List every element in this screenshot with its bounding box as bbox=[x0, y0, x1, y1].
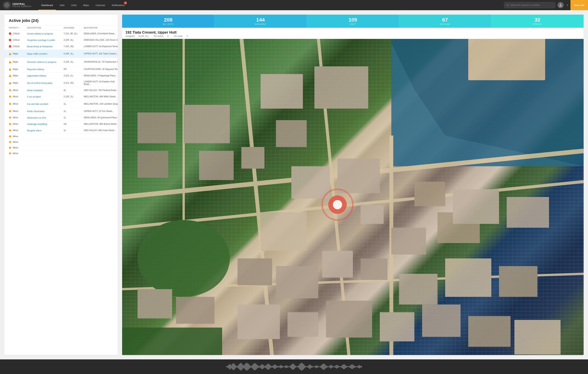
table-row[interactable]: Critical Bomb threat at Parliament 7 (4S… bbox=[4, 43, 118, 50]
svg-rect-55 bbox=[507, 197, 549, 228]
job-description-link[interactable]: Reported robbery bbox=[27, 68, 44, 71]
waveform-bar bbox=[308, 366, 308, 368]
table-row[interactable]: Minor Obstruction on SH1 1L NEWLANDS, 64… bbox=[4, 114, 118, 121]
logo-icon bbox=[3, 1, 10, 9]
waveform-bar bbox=[337, 365, 337, 368]
waveform-bar bbox=[279, 366, 279, 368]
waveform-bar bbox=[284, 366, 284, 367]
table-row[interactable]: Major Major traffic accident 6 (4R, 2L) … bbox=[4, 50, 118, 58]
job-description-link[interactable]: Bomb threat at Parliament bbox=[27, 45, 52, 48]
assigned-cell: 2 (1R, 1L) bbox=[64, 61, 84, 63]
waveform-bar bbox=[330, 365, 330, 368]
nav-cameras[interactable]: Cameras bbox=[93, 0, 108, 10]
avatar-dropdown-arrow[interactable]: ▼ bbox=[567, 4, 568, 6]
waveform-bar bbox=[332, 366, 333, 368]
job-description-link[interactable]: Underage shoplifting bbox=[27, 123, 47, 125]
table-row[interactable]: Critical Armed robbery in progress 7 (1S… bbox=[4, 30, 118, 37]
waveform-bar bbox=[299, 365, 299, 368]
table-row[interactable]: Minor bbox=[4, 134, 118, 139]
table-row[interactable]: Major Reported robbery 2R CHURTON PARK, … bbox=[4, 66, 118, 72]
nav-dashboard[interactable]: Dashboard bbox=[38, 0, 56, 10]
stat-cell-special[interactable]: 32 SPECIAL bbox=[491, 15, 584, 28]
table-row[interactable]: Minor Public intoxication 1L UPPER HUTT,… bbox=[4, 108, 118, 114]
waveform-bar bbox=[321, 366, 321, 368]
job-description-link[interactable]: Aggravated robbery bbox=[27, 74, 46, 77]
svg-marker-13 bbox=[9, 74, 11, 77]
table-row[interactable]: Minor bbox=[4, 151, 118, 156]
table-row[interactable]: Minor bbox=[4, 145, 118, 151]
job-description-link[interactable]: Suspicious package in public bbox=[27, 39, 55, 41]
waveform-bar bbox=[317, 366, 318, 368]
search-box[interactable] bbox=[504, 2, 555, 8]
table-row[interactable]: Minor Car and bike accident 1L WELLINGTO… bbox=[4, 100, 118, 108]
priority-cell: Major bbox=[9, 74, 27, 77]
table-row[interactable]: Major Aggravated robbery 3 (2S, 1L) NEWL… bbox=[4, 72, 118, 79]
destination-cell: JOHNSONVILLE, 76 Featherston Str... bbox=[84, 61, 118, 63]
stat-number: 109 bbox=[309, 17, 397, 23]
svg-rect-54 bbox=[453, 189, 499, 224]
waveform-bar bbox=[317, 365, 317, 368]
stat-cell-light[interactable]: 109 LIGHT bbox=[307, 15, 399, 28]
stat-cell-available[interactable]: 144 AVAILABLE bbox=[214, 15, 307, 28]
waveform-bar bbox=[258, 366, 259, 368]
nav-units[interactable]: Units bbox=[68, 0, 80, 10]
assigned-cell: 1R bbox=[64, 123, 84, 125]
job-description-link[interactable]: Obstruction on SH1 bbox=[27, 117, 46, 119]
svg-marker-11 bbox=[9, 61, 11, 63]
waveform-bar bbox=[300, 364, 300, 370]
table-row[interactable]: Minor Noise complaint 2L ARO VALLEY, 762… bbox=[4, 87, 118, 93]
table-row[interactable]: Major Domestic violence in progress 2 (1… bbox=[4, 58, 118, 66]
job-description-link[interactable]: Public intoxication bbox=[27, 110, 45, 113]
table-row[interactable]: Minor bbox=[4, 139, 118, 145]
table-row[interactable]: Minor 2 car accident 2 (1R, 1L) WELLINGT… bbox=[4, 93, 118, 100]
nav-notifications[interactable]: Notifications 4 bbox=[109, 0, 128, 10]
waveform-bar bbox=[298, 366, 299, 368]
waveform-bar bbox=[304, 364, 304, 369]
waveform-bar bbox=[293, 364, 294, 370]
waveform-bar bbox=[296, 366, 297, 367]
job-description-link[interactable]: Armed robbery in progress bbox=[27, 32, 53, 35]
map-container[interactable] bbox=[122, 39, 584, 355]
waveform-bar bbox=[357, 366, 357, 367]
table-row[interactable]: Minor Burgular alarm 1L ARO VALLEY, 456 … bbox=[4, 127, 118, 134]
job-description-link[interactable]: Burgular alarm bbox=[27, 129, 42, 132]
user-avatar[interactable] bbox=[557, 2, 564, 8]
waveform-bar bbox=[338, 365, 338, 368]
destination-cell: LOWER HUTT, 6a Raymond Terrace... bbox=[84, 45, 118, 48]
job-description-link[interactable]: 2 car accident bbox=[27, 95, 41, 98]
job-description-link[interactable]: Major traffic accident bbox=[27, 53, 47, 55]
table-row[interactable]: Minor Underage shoplifting 1R WELLINGTON… bbox=[4, 121, 118, 127]
table-row[interactable]: Major Out of control house party 3 (1S, … bbox=[4, 79, 118, 87]
job-description-link[interactable]: Car and bike accident bbox=[27, 103, 48, 105]
job-description-link[interactable]: Domestic violence in progress bbox=[27, 61, 56, 63]
waveform-bar bbox=[318, 366, 318, 367]
nav-jobs[interactable]: Jobs bbox=[57, 0, 67, 10]
brand-logo[interactable]: CENTRAL POLICE DISPATCH bbox=[3, 1, 34, 9]
waveform-bar bbox=[266, 365, 266, 368]
waveform-bar bbox=[281, 365, 282, 368]
waveform-bar bbox=[288, 366, 288, 367]
waveform-bar bbox=[242, 364, 243, 369]
priority-cell: Minor bbox=[9, 146, 27, 149]
search-input[interactable] bbox=[510, 4, 553, 6]
waveform-bar bbox=[227, 366, 228, 368]
priority-icon bbox=[9, 45, 11, 48]
waveform-bar bbox=[318, 366, 319, 367]
stat-cell-all-units[interactable]: 208 ALL UNITS bbox=[122, 15, 214, 28]
waveform-bar bbox=[355, 366, 355, 368]
waveform-bar bbox=[338, 366, 339, 368]
assigned-cell: 2R bbox=[64, 68, 84, 71]
priority-label: Major bbox=[13, 61, 18, 63]
new-job-button[interactable]: New Job bbox=[570, 0, 588, 10]
priority-cell: Critical bbox=[9, 32, 27, 35]
waveform-bar bbox=[313, 366, 313, 367]
svg-rect-46 bbox=[391, 228, 426, 254]
nav-maps[interactable]: Maps bbox=[80, 0, 92, 10]
stat-cell-regular[interactable]: 67 REGULAR bbox=[399, 15, 491, 28]
description-cell: 2 car accident bbox=[27, 95, 64, 98]
waveform-bar bbox=[289, 366, 290, 367]
table-row[interactable]: Critical Suspicious package in public 4 … bbox=[4, 37, 118, 43]
job-description-link[interactable]: Noise complaint bbox=[27, 89, 42, 92]
priority-icon bbox=[9, 146, 11, 149]
job-description-link[interactable]: Out of control house party bbox=[27, 82, 52, 84]
